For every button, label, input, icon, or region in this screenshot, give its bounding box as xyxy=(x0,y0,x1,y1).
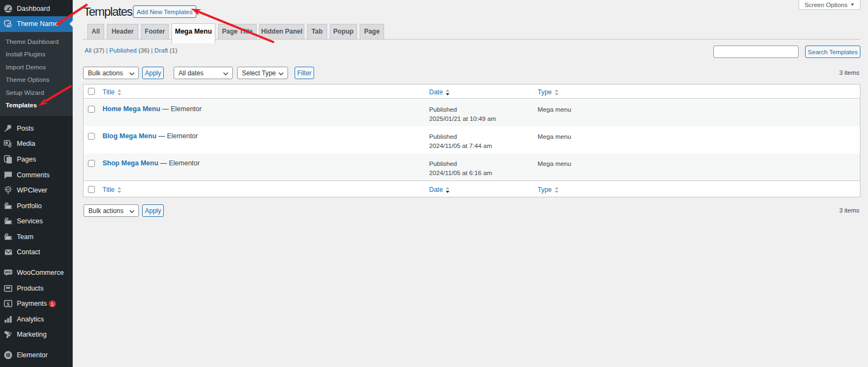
svg-text:$: $ xyxy=(7,301,10,307)
svg-text:WOO: WOO xyxy=(5,271,11,274)
svg-text:WPC: WPC xyxy=(6,189,11,191)
